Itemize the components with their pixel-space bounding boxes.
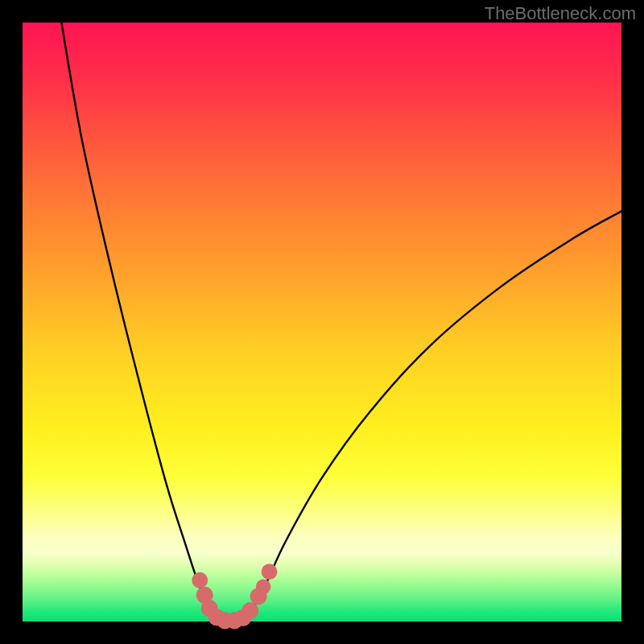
highlight-dot [262,564,278,580]
highlight-dot [192,572,208,588]
plot-background [23,23,621,621]
highlight-dot [242,602,258,619]
highlight-dot [256,580,271,595]
chart-container: TheBottleneck.com [0,0,644,644]
watermark-text: TheBottleneck.com [485,3,636,24]
bottleneck-chart [0,0,644,644]
